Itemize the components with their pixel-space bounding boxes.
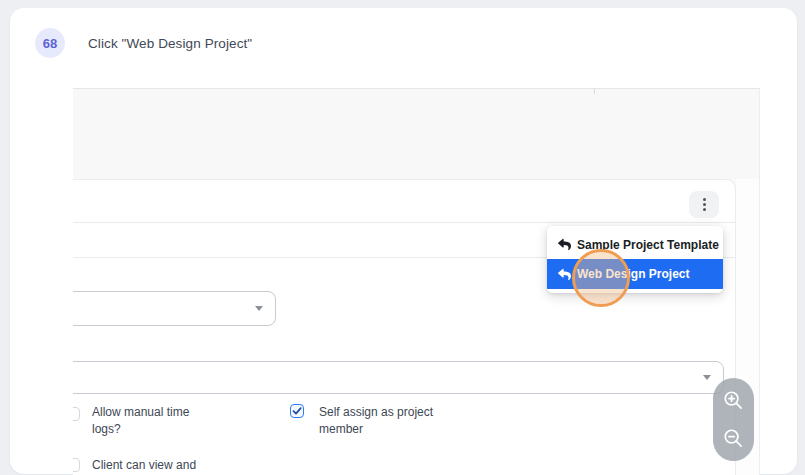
caret-down-icon <box>703 375 711 380</box>
checkbox-label: Client can view and <box>92 457 232 474</box>
checkbox-client-can-view[interactable] <box>73 458 80 472</box>
checkbox-label: Self assign as project member <box>319 404 441 438</box>
menu-item-sample-project-template[interactable]: Sample Project Template <box>547 230 723 259</box>
more-options-button[interactable] <box>689 191 719 218</box>
step-instruction: Click "Web Design Project" <box>88 36 252 51</box>
checkbox-self-assign[interactable] <box>290 404 304 418</box>
zoom-in-button[interactable] <box>722 389 745 412</box>
reply-icon <box>558 268 571 281</box>
project-form-card: Allow manual time logs? Self assign as p… <box>73 179 736 475</box>
kebab-menu-icon <box>703 198 706 201</box>
step-card: 68 Click "Web Design Project" Allow manu… <box>10 8 797 474</box>
step-number-badge: 68 <box>35 28 65 58</box>
click-highlight-ring <box>572 249 630 307</box>
form-card-header <box>73 180 735 223</box>
zoom-controls <box>713 378 754 461</box>
small-select[interactable] <box>73 291 276 326</box>
checkbox-allow-manual-time-logs[interactable] <box>73 407 80 421</box>
zoom-out-icon <box>722 427 745 450</box>
reply-icon <box>558 238 571 251</box>
caret-down-icon <box>255 306 263 311</box>
screenshot-divider-tick <box>594 89 595 94</box>
zoom-in-icon <box>722 389 745 412</box>
checkmark-icon <box>292 406 302 416</box>
wide-select[interactable] <box>73 361 724 394</box>
zoom-out-button[interactable] <box>722 427 745 450</box>
checkbox-label: Allow manual time logs? <box>92 404 196 438</box>
